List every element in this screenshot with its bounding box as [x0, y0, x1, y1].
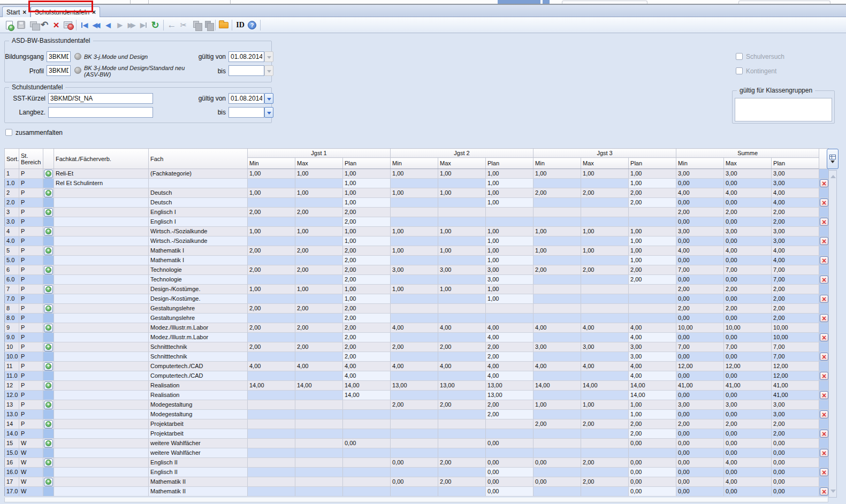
cell-value[interactable]	[391, 304, 438, 314]
cell-value[interactable]: 12,00	[724, 362, 772, 371]
cell-value[interactable]: 0,00	[676, 179, 724, 188]
cell-fach[interactable]: Computertech./CAD	[149, 371, 248, 381]
cell-value[interactable]: 0,00	[676, 410, 724, 419]
cell-value[interactable]: 1,00	[295, 285, 343, 294]
cell-value[interactable]: 1,00	[486, 285, 533, 294]
cell-fachkat[interactable]	[54, 487, 149, 497]
cell-fach[interactable]: Modez./Illustr.m.Labor	[149, 323, 248, 333]
cell-value[interactable]: 2,00	[295, 208, 343, 217]
cell-value[interactable]: 14,00	[343, 391, 391, 400]
cell-value[interactable]	[295, 294, 343, 304]
cell-value[interactable]: 1,00	[486, 179, 533, 188]
cell-value[interactable]: 4,00	[343, 362, 391, 371]
cell-fach[interactable]: Technologie	[149, 275, 248, 285]
cell-value[interactable]	[295, 314, 343, 323]
cell-fachkat[interactable]	[54, 246, 149, 256]
cell-value[interactable]	[248, 179, 295, 188]
cell-value[interactable]: 0,00	[343, 439, 391, 448]
add-row-button[interactable]: +	[44, 208, 53, 217]
cell-value[interactable]	[391, 179, 438, 188]
cell-fach[interactable]: Mathematik I	[149, 246, 248, 256]
cell-value[interactable]	[629, 448, 676, 458]
cell-value[interactable]: 0,00	[629, 477, 676, 487]
col-header-fachkat[interactable]: Fachkat./Fächerverb.	[54, 149, 149, 169]
cell-value[interactable]: 2,00	[533, 188, 581, 198]
cell-value[interactable]	[533, 256, 581, 265]
cell-value[interactable]: 0,00	[724, 179, 772, 188]
cell-fach[interactable]: Modez./Illustr.m.Labor	[149, 333, 248, 342]
cell-value[interactable]: 4,00	[391, 323, 438, 333]
cell-value[interactable]: 2,00	[772, 314, 819, 323]
cell-fachkat[interactable]	[54, 448, 149, 458]
cell-value[interactable]	[533, 391, 581, 400]
cell-value[interactable]	[391, 275, 438, 285]
cell-value[interactable]	[581, 468, 629, 477]
cell-value[interactable]	[533, 285, 581, 294]
add-row-button[interactable]: +	[44, 381, 53, 390]
cell-value[interactable]	[391, 448, 438, 458]
cell-value[interactable]: 0,00	[676, 314, 724, 323]
cell-fachkat[interactable]	[54, 477, 149, 487]
sub-header-plan[interactable]: Plan	[343, 158, 391, 169]
cell-value[interactable]	[533, 429, 581, 439]
cell-value[interactable]	[581, 333, 629, 342]
cell-value[interactable]: 2,00	[295, 246, 343, 256]
cell-value[interactable]	[295, 333, 343, 342]
cell-value[interactable]: 1,00	[533, 246, 581, 256]
cell-value[interactable]: 10,00	[772, 333, 819, 342]
cell-value[interactable]: 1,00	[486, 169, 533, 179]
sub-header-max[interactable]: Max	[581, 158, 629, 169]
cell-value[interactable]: 0,00	[533, 477, 581, 487]
cell-value[interactable]: 2,00	[533, 265, 581, 275]
cell-value[interactable]	[581, 410, 629, 419]
cell-value[interactable]	[295, 352, 343, 362]
cell-value[interactable]: 0,00	[724, 391, 772, 400]
cell-value[interactable]: 3,00	[438, 265, 486, 275]
cell-value[interactable]	[343, 400, 391, 410]
cell-fach[interactable]: Modegestaltung	[149, 400, 248, 410]
cell-value[interactable]: 1,00	[343, 198, 391, 208]
cell-value[interactable]	[581, 217, 629, 227]
cell-fachkat[interactable]	[54, 458, 149, 468]
cell-value[interactable]: 4,00	[581, 323, 629, 333]
cell-value[interactable]: 4,00	[629, 323, 676, 333]
cell-value[interactable]: 2,00	[391, 400, 438, 410]
cell-value[interactable]	[248, 429, 295, 439]
cell-value[interactable]: 4,00	[629, 362, 676, 371]
cell-value[interactable]	[248, 391, 295, 400]
delete-row-button[interactable]: ×	[820, 179, 828, 187]
cell-value[interactable]: 1,00	[629, 227, 676, 236]
cell-value[interactable]: 1,00	[533, 227, 581, 236]
cell-value[interactable]: 2,00	[295, 342, 343, 352]
cell-value[interactable]: 7,00	[676, 265, 724, 275]
cell-fach[interactable]: Technologie	[149, 265, 248, 275]
cell-value[interactable]: 2,00	[724, 304, 772, 314]
cell-value[interactable]: 2,00	[533, 419, 581, 429]
delete-row-button[interactable]: ×	[820, 256, 828, 264]
cell-value[interactable]	[248, 198, 295, 208]
cell-value[interactable]: 14,00	[248, 381, 295, 391]
cell-value[interactable]: 0,00	[724, 236, 772, 246]
cell-value[interactable]: 2,00	[724, 285, 772, 294]
add-row-button[interactable]: +	[44, 478, 53, 486]
delete-row-button[interactable]: ×	[820, 468, 828, 476]
cell-fach[interactable]: Mathematik II	[149, 477, 248, 487]
cell-value[interactable]: 1,00	[391, 246, 438, 256]
cell-value[interactable]	[581, 275, 629, 285]
zusammenfalten-checkbox[interactable]	[5, 129, 12, 136]
cell-value[interactable]: 1,00	[629, 256, 676, 265]
cell-fachkat[interactable]	[54, 323, 149, 333]
cell-value[interactable]: 13,00	[391, 381, 438, 391]
cell-value[interactable]: 1,00	[343, 169, 391, 179]
cell-value[interactable]: 14,00	[629, 381, 676, 391]
cell-value[interactable]: 14,00	[629, 391, 676, 400]
cell-value[interactable]: 0,00	[676, 487, 724, 497]
cell-value[interactable]: 12,00	[676, 362, 724, 371]
cell-value[interactable]: 2,00	[629, 188, 676, 198]
cell-value[interactable]	[581, 487, 629, 497]
cell-value[interactable]: 1,00	[248, 188, 295, 198]
cell-value[interactable]: 2,00	[343, 342, 391, 352]
cell-value[interactable]	[248, 217, 295, 227]
sub-header-plan[interactable]: Plan	[629, 158, 676, 169]
cell-value[interactable]	[391, 208, 438, 217]
